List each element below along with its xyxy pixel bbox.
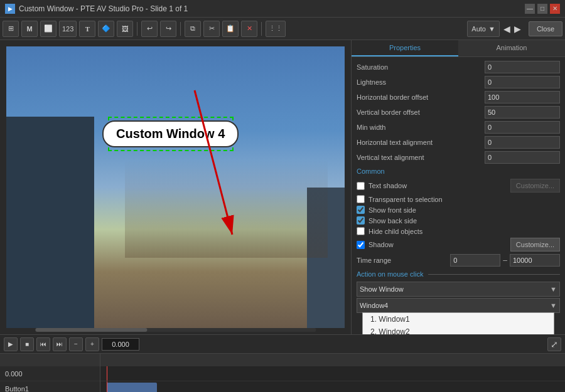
time-range-row: Time range – bbox=[352, 253, 565, 268]
new-button[interactable]: ⊞ bbox=[3, 21, 19, 37]
window2-item[interactable]: 2. Window2 bbox=[363, 326, 554, 334]
show-front-row: Show front side bbox=[352, 204, 565, 215]
custom-window-label: Custom Window 4 bbox=[102, 120, 239, 147]
lightness-label: Lightness bbox=[357, 78, 485, 86]
counter-button[interactable]: 123 bbox=[59, 21, 77, 37]
frame-button[interactable]: ⬜ bbox=[40, 21, 56, 37]
timeline-bar-button1[interactable] bbox=[107, 383, 157, 392]
track-time-value: 0.000 bbox=[5, 370, 23, 378]
vert-text-label: Vertical text alignment bbox=[357, 154, 485, 161]
min-width-row: Min width bbox=[352, 120, 565, 135]
m-button[interactable]: M bbox=[21, 21, 38, 37]
tab-properties[interactable]: Properties bbox=[352, 40, 458, 56]
image-button[interactable]: 🖼 bbox=[117, 21, 133, 37]
window-close-button[interactable]: ✕ bbox=[550, 4, 560, 14]
saturation-label: Saturation bbox=[357, 63, 485, 71]
text-button[interactable]: T bbox=[79, 21, 95, 37]
pier-structure bbox=[125, 159, 328, 258]
window-controls: — □ ✕ bbox=[525, 4, 560, 14]
show-front-checkbox[interactable] bbox=[357, 206, 365, 214]
lightness-row: Lightness bbox=[352, 75, 565, 90]
text-shadow-label: Text shadow bbox=[369, 182, 407, 189]
vert-text-input[interactable] bbox=[485, 151, 560, 164]
track-label-button1: Button1 bbox=[0, 381, 100, 392]
horiz-text-row: Horizontal text alignment bbox=[352, 135, 565, 150]
timeline-controls: ▶ ■ ⏮ ⏭ − + 0.000 ⤢ bbox=[0, 335, 565, 354]
min-width-input[interactable] bbox=[485, 121, 560, 134]
time-range-label: Time range bbox=[357, 257, 450, 264]
shadow-checkbox[interactable] bbox=[357, 241, 365, 249]
window4-label: Window4 bbox=[360, 302, 388, 309]
stop-button[interactable]: ■ bbox=[20, 337, 34, 351]
vert-border-label: Vertical border offset bbox=[357, 109, 485, 116]
separator-3 bbox=[261, 22, 262, 36]
time-range-from[interactable] bbox=[450, 254, 500, 267]
rect-button[interactable]: 🔷 bbox=[98, 21, 114, 37]
show-back-checkbox[interactable] bbox=[357, 216, 365, 225]
nav-back-button[interactable]: ◀ bbox=[502, 24, 512, 34]
text-shadow-row: Text shadow Customize... bbox=[352, 177, 565, 194]
horiz-border-row: Horizontal border offset bbox=[352, 90, 565, 105]
minimize-button[interactable]: — bbox=[525, 4, 535, 14]
copy-button[interactable]: ⧉ bbox=[185, 21, 201, 37]
shadow-customize-button[interactable]: Customize... bbox=[510, 238, 560, 252]
saturation-input[interactable] bbox=[485, 61, 560, 73]
main-area: Custom Window 4 bbox=[0, 40, 565, 334]
lightness-input[interactable] bbox=[485, 76, 560, 88]
show-back-label: Show back side bbox=[369, 217, 417, 225]
transparent-label: Transparent to selection bbox=[369, 196, 443, 203]
timeline: ▶ ■ ⏮ ⏭ − + 0.000 ⤢ 0.000 Button1 bbox=[0, 334, 565, 392]
timeline-time: 0.000 bbox=[102, 338, 139, 351]
grid-button[interactable]: ⋮⋮ bbox=[266, 21, 286, 37]
delete-button[interactable]: ✕ bbox=[241, 21, 257, 37]
prev-button[interactable]: ⏮ bbox=[36, 337, 50, 351]
horiz-text-input[interactable] bbox=[485, 136, 560, 149]
vert-border-input[interactable] bbox=[485, 106, 560, 119]
horiz-border-label: Horizontal border offset bbox=[357, 93, 485, 101]
cut-button[interactable]: ✂ bbox=[203, 21, 220, 37]
auto-dropdown[interactable]: Auto ▼ bbox=[467, 21, 500, 37]
minus-button[interactable]: − bbox=[69, 337, 83, 351]
building-left bbox=[6, 117, 94, 328]
nav-forward-button[interactable]: ▶ bbox=[513, 24, 522, 34]
vert-text-row: Vertical text alignment bbox=[352, 150, 565, 165]
titlebar: ▶ Custom Window - PTE AV Studio Pro - Sl… bbox=[0, 0, 565, 18]
hide-child-checkbox[interactable] bbox=[357, 227, 365, 235]
horiz-text-label: Horizontal text alignment bbox=[357, 139, 485, 146]
common-section-header: Common bbox=[352, 165, 565, 177]
window1-item[interactable]: 1. Window1 bbox=[363, 313, 554, 326]
horiz-border-input[interactable] bbox=[485, 91, 560, 103]
paste-button[interactable]: 📋 bbox=[222, 21, 239, 37]
text-shadow-checkbox[interactable] bbox=[357, 182, 365, 190]
window-title: Custom Window - PTE AV Studio Pro - Slid… bbox=[19, 4, 525, 13]
transparent-row: Transparent to selection bbox=[352, 194, 565, 204]
redo-button[interactable]: ↪ bbox=[160, 21, 176, 37]
time-range-dash: – bbox=[503, 256, 507, 265]
hide-child-row: Hide child objects bbox=[352, 226, 565, 236]
selected-element[interactable]: Custom Window 4 bbox=[108, 117, 234, 151]
show-window-dropdown[interactable]: Show Window ▼ bbox=[357, 282, 560, 297]
h-scrollbar[interactable] bbox=[35, 328, 316, 332]
separator-1 bbox=[137, 22, 137, 36]
track-header bbox=[0, 354, 100, 366]
min-width-label: Min width bbox=[357, 124, 485, 131]
slide-canvas[interactable]: Custom Window 4 bbox=[6, 46, 345, 328]
track-content[interactable] bbox=[100, 354, 565, 392]
text-shadow-customize-button[interactable]: Customize... bbox=[510, 179, 560, 193]
action-section-header: Action on mouse click bbox=[352, 268, 565, 280]
undo-button[interactable]: ↩ bbox=[141, 21, 158, 37]
window4-dropdown[interactable]: Window4 ▼ 1. Window1 2. Window2 3. Windo… bbox=[357, 298, 560, 313]
next-button[interactable]: ⏭ bbox=[53, 337, 67, 351]
tab-animation[interactable]: Animation bbox=[458, 40, 565, 56]
maximize-button[interactable]: □ bbox=[537, 4, 547, 14]
window4-arrow-icon: ▼ bbox=[550, 302, 557, 309]
canvas-area: Custom Window 4 bbox=[0, 40, 352, 334]
track-labels: 0.000 Button1 bbox=[0, 354, 100, 392]
plus-button[interactable]: + bbox=[85, 337, 99, 351]
timeline-move-button[interactable]: ⤢ bbox=[547, 337, 561, 351]
close-button[interactable]: Close bbox=[529, 21, 562, 36]
time-range-to[interactable] bbox=[510, 254, 560, 267]
play-button[interactable]: ▶ bbox=[4, 337, 18, 351]
transparent-checkbox[interactable] bbox=[357, 195, 365, 203]
track-label-time: 0.000 bbox=[0, 366, 100, 381]
